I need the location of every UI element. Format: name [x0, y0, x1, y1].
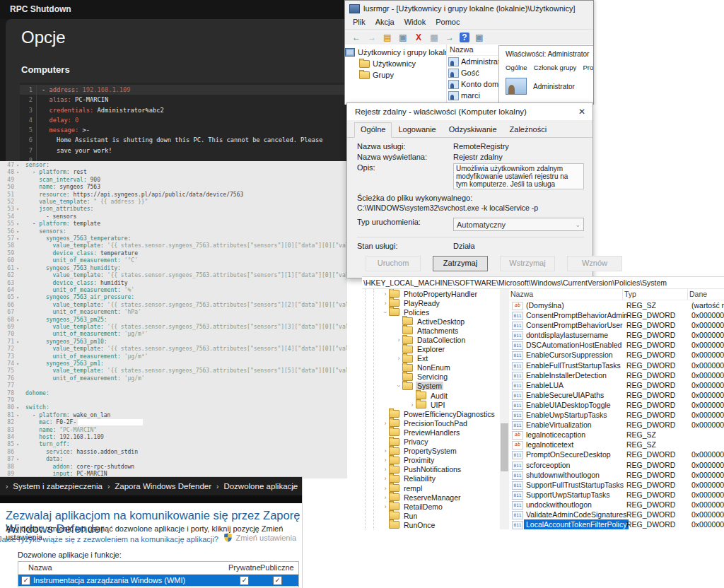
fold-marker[interactable]: ▾	[14, 456, 21, 463]
fold-marker[interactable]: ▾	[14, 228, 21, 235]
tree-item-grupy[interactable]: Grupy	[345, 69, 446, 81]
breadcrumb-item[interactable]: Dozwolone aplikacje	[223, 482, 298, 490]
forward-icon[interactable]: →	[366, 32, 378, 43]
configuration-yaml-editor[interactable]: 47▾sensor:48▾ - platform: rest49 scan_in…	[0, 161, 347, 478]
properties-icon[interactable]: ▦	[428, 32, 440, 43]
registry-key-powerefficiencydiagnostics[interactable]: PowerEfficiencyDiagnostics	[362, 409, 500, 418]
column-header-nazwa[interactable]: Nazwa	[509, 289, 533, 300]
fold-marker[interactable]: ▾	[14, 317, 21, 324]
breadcrumb-item[interactable]: Zapora Windows Defender	[115, 482, 211, 490]
registry-value-row[interactable]: 011SupportFullTrustStartupTasksREG_DWORD…	[509, 480, 724, 490]
fold-marker[interactable]: ▾	[14, 206, 21, 213]
registry-value-row[interactable]: 011dontdisplaylastusernameREG_DWORD0x000…	[509, 330, 724, 340]
registry-key-proximity[interactable]: ›Proximity	[362, 456, 500, 465]
lusrmgr-titlebar[interactable]: lusrmgr - [Użytkownicy i grupy lokalne (…	[345, 1, 593, 16]
fold-marker[interactable]: ▾	[14, 162, 21, 169]
column-header-nazwa[interactable]: Nazwa	[28, 562, 52, 574]
breadcrumb-item[interactable]: System i zabezpieczenia	[13, 482, 103, 490]
registry-key-policies[interactable]: ›Policies	[362, 307, 500, 317]
show-pane-icon[interactable]: ▣	[474, 32, 485, 43]
menu-item-widok[interactable]: Widok	[399, 16, 431, 28]
registry-key-nonenum[interactable]: NonEnum	[362, 363, 500, 372]
fold-marker[interactable]: ▾	[14, 220, 21, 228]
close-icon[interactable]: ✕	[571, 107, 592, 117]
tab-logowanie[interactable]: Logowanie	[392, 122, 442, 137]
regedit-tree-scrollbar[interactable]	[500, 289, 509, 529]
chevron-down-icon[interactable]: ⌄	[291, 483, 296, 490]
computers-yaml-editor[interactable]: 1- address: 192.168.1.1092 alias: PC-MAR…	[20, 83, 347, 161]
tab-ogólne[interactable]: Ogólne	[354, 122, 392, 138]
registry-value-row[interactable]: 011EnableLUAREG_DWORD0x00000001 (1)	[509, 380, 724, 390]
expand-arrow-icon[interactable]: ›	[382, 420, 389, 427]
registry-key-attachments[interactable]: Attachments	[362, 326, 500, 335]
expand-arrow-icon[interactable]: ›	[395, 382, 402, 389]
expand-arrow-icon[interactable]: ›	[382, 503, 389, 510]
user-list-item[interactable]: Gość	[447, 67, 498, 78]
scrollbar-thumb[interactable]	[501, 423, 508, 471]
registry-value-row[interactable]: 011shutdownwithoutlogonREG_DWORD0x000000…	[509, 470, 724, 480]
column-header-publiczne[interactable]: Publiczne	[260, 562, 294, 574]
tab-profil[interactable]: Profil	[583, 64, 593, 71]
expand-arrow-icon[interactable]: ›	[382, 300, 389, 307]
menu-item-plik[interactable]: Plik	[348, 16, 370, 28]
registry-key-privacy[interactable]: Privacy	[362, 437, 500, 447]
registry-value-row[interactable]: 011undockwithoutlogonREG_DWORD0x00000001…	[509, 500, 724, 510]
registry-value-row[interactable]: 011ConsentPromptBehaviorUserREG_DWORD0x0…	[509, 320, 724, 330]
expand-arrow-icon[interactable]: ›	[382, 457, 389, 464]
firewall-risk-link[interactable]: Jakie ryzyko wiąże się z zezwoleniem na …	[0, 535, 218, 543]
zatrzymaj-button[interactable]: Zatrzymaj	[433, 256, 488, 271]
column-header-typ[interactable]: Typ	[622, 289, 636, 300]
registry-key-reliability[interactable]: ›Reliability	[362, 474, 500, 483]
registry-key-pushnotifications[interactable]: ›PushNotifications	[362, 465, 500, 474]
registry-key-playready[interactable]: ›PlayReady	[362, 298, 500, 307]
private-checkbox[interactable]: ✓	[240, 576, 249, 585]
tab-członek-grupy[interactable]: Członek grupy	[534, 64, 577, 71]
registry-value-row[interactable]: 011DSCAutomationHostEnabledREG_DWORD0x00…	[509, 340, 724, 350]
menu-item-pomoc[interactable]: Pomoc	[431, 16, 465, 28]
registry-value-row[interactable]: 011EnableInstallerDetectionREG_DWORD0x00…	[509, 370, 724, 380]
expand-arrow-icon[interactable]: ›	[395, 355, 402, 362]
registry-value-row[interactable]: 011EnableVirtualizationREG_DWORD0x000000…	[509, 420, 724, 430]
expand-arrow-icon[interactable]: ›	[382, 466, 389, 473]
user-list-item[interactable]: Administrator	[447, 56, 498, 67]
export-list-icon[interactable]: →	[444, 32, 455, 43]
fold-marker[interactable]: ▾	[14, 404, 21, 411]
expand-arrow-icon[interactable]: ›	[395, 336, 402, 343]
fold-marker[interactable]: ▾	[14, 412, 21, 419]
registry-key-reservemanager[interactable]: ›ReserveManager	[362, 493, 500, 502]
fold-marker[interactable]: ▾	[14, 441, 21, 448]
column-header-prywatne[interactable]: Prywatne	[228, 562, 261, 574]
fold-marker[interactable]: ▾	[14, 294, 21, 301]
column-header-dane[interactable]: Dane	[687, 289, 707, 300]
menu-item-akcja[interactable]: Akcja	[370, 16, 399, 28]
fold-marker[interactable]: ▾	[14, 360, 21, 368]
expand-arrow-icon[interactable]: ›	[382, 485, 389, 492]
tab-zalesnosci[interactable]: Zależności	[503, 122, 554, 137]
registry-key-rempl[interactable]: ›rempl	[362, 483, 500, 493]
back-icon[interactable]: ←	[351, 32, 362, 43]
registry-value-row[interactable]: 011EnableFullTrustStartupTasksREG_DWORD0…	[509, 360, 724, 370]
registry-key-datacollection[interactable]: ›DataCollection	[362, 335, 500, 344]
registry-key-precisiontouchpad[interactable]: ›PrecisionTouchPad	[362, 418, 500, 428]
expand-arrow-icon[interactable]: ›	[409, 401, 416, 408]
open-folder-icon[interactable]: ▤	[382, 32, 393, 43]
registry-key-propertysystem[interactable]: ›PropertySystem	[362, 447, 500, 456]
fold-marker[interactable]: ▾	[14, 169, 21, 176]
registry-value-row[interactable]: 011EnableUwpStartupTasksREG_DWORD0x00000…	[509, 410, 724, 420]
registry-key-audit[interactable]: Audit	[362, 391, 500, 400]
registry-value-row[interactable]: ablegalnoticetextREG_SZ	[509, 440, 724, 449]
registry-key-uipi[interactable]: ›UIPI	[362, 400, 500, 409]
regedit-address-bar[interactable]: \HKEY_LOCAL_MACHINE\SOFTWARE\Microsoft\W…	[362, 277, 724, 289]
app-enabled-checkbox[interactable]: ✓	[21, 576, 30, 585]
registry-value-row[interactable]: 011ConsentPromptBehaviorAdminREG_DWORD0x…	[509, 310, 724, 320]
registry-key-photopropertyhandler[interactable]: ›PhotoPropertyHandler	[362, 289, 500, 298]
allowed-app-row[interactable]: ✓Instrumentacja zarządzania Windows (WMI…	[18, 575, 298, 586]
expand-arrow-icon[interactable]: ›	[382, 475, 389, 482]
registry-value-row[interactable]: 011EnableUIADesktopToggleREG_DWORD0x0000…	[509, 400, 724, 410]
registry-key-run[interactable]: Run	[362, 511, 500, 520]
expand-arrow-icon[interactable]: ›	[382, 309, 389, 316]
window-icon[interactable]: ▣	[397, 32, 409, 43]
registry-value-row[interactable]: 011SupportUwpStartupTasksREG_DWORD0x0000…	[509, 490, 724, 500]
expand-arrow-icon[interactable]: ›	[382, 494, 389, 501]
registry-key-explorer[interactable]: Explorer	[362, 345, 500, 354]
